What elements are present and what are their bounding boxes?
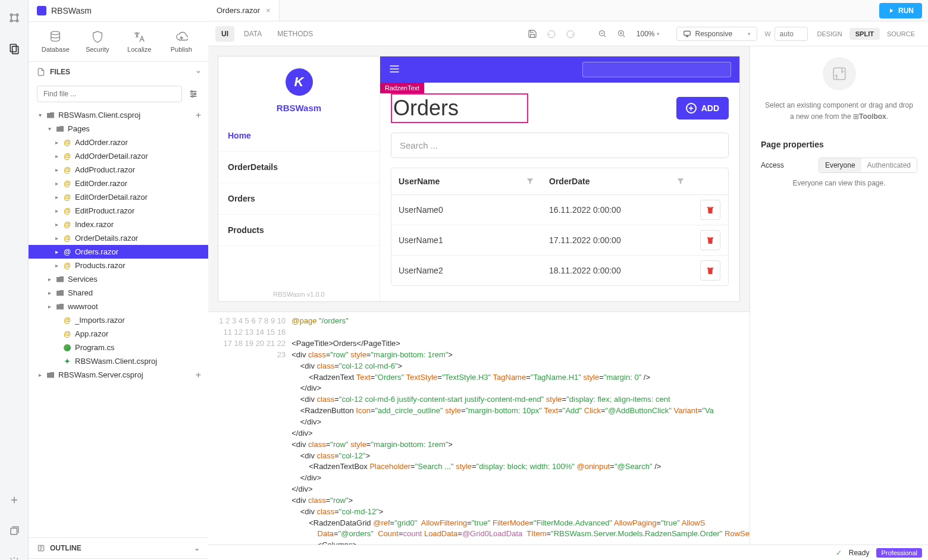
editor-tab[interactable]: Orders.razor × — [208, 0, 280, 21]
view-split[interactable]: SPLIT — [849, 28, 880, 40]
svg-point-2 — [10, 20, 12, 21]
tree-file[interactable]: ▸@EditOrderDetail.razor — [29, 190, 208, 204]
sidebar-item-orders[interactable]: Orders — [218, 183, 380, 215]
code-panel[interactable]: 1 2 3 4 5 6 7 8 9 10 11 12 13 14 15 16 1… — [208, 312, 750, 560]
explorer-icon[interactable] — [7, 42, 21, 56]
sidebar-item-orderdetails[interactable]: OrderDetails — [218, 152, 380, 183]
selected-component[interactable]: Orders — [391, 93, 528, 123]
tree-project-server[interactable]: ▸RBSWasm.Server.csproj — [29, 368, 208, 382]
tree-file[interactable]: ▸@OrderDetails.razor — [29, 231, 208, 245]
delete-button[interactable] — [700, 230, 720, 250]
tree-file-app[interactable]: @App.razor — [29, 327, 208, 341]
tree-project-client[interactable]: ▾RBSWasm.Client.csproj — [29, 108, 208, 122]
tree-file[interactable]: ▸@EditProduct.razor — [29, 204, 208, 218]
check-icon: ✓ — [836, 549, 842, 557]
razor-icon: @ — [63, 221, 71, 229]
zoom-value[interactable]: 100% — [633, 30, 664, 38]
mode-data[interactable]: DATA — [238, 26, 268, 42]
folder-icon — [46, 111, 55, 119]
table-row[interactable]: UserName1 17.11.2022 0:00:00 — [391, 225, 728, 256]
publish-button[interactable]: Publish — [163, 27, 200, 56]
tree-folder-shared[interactable]: ▸Shared — [29, 286, 208, 300]
svg-rect-15 — [684, 31, 691, 35]
database-button[interactable]: Database — [37, 27, 74, 56]
tree-folder-pages[interactable]: ▾Pages — [29, 122, 208, 136]
code-body[interactable]: @page "/orders" <PageTitle>Orders</PageT… — [291, 312, 750, 560]
status-ready: Ready — [849, 549, 870, 557]
mode-ui[interactable]: UI — [215, 26, 234, 42]
width-label: W — [764, 30, 770, 37]
files-header[interactable]: FILES › — [29, 62, 208, 82]
tree-folder-wwwroot[interactable]: ▸wwwroot — [29, 300, 208, 313]
tree-file[interactable]: ▸@AddOrderDetail.razor — [29, 149, 208, 163]
access-authenticated[interactable]: Authenticated — [861, 158, 917, 172]
tree-file[interactable]: ▸@EditOrder.razor — [29, 177, 208, 190]
file-tree: ▾RBSWasm.Client.csproj ▾Pages ▸@AddOrder… — [29, 106, 208, 537]
save-all-icon[interactable] — [7, 524, 21, 538]
view-source[interactable]: SOURCE — [881, 28, 921, 40]
settings-gear-icon[interactable] — [7, 555, 21, 560]
svg-point-1 — [16, 14, 18, 15]
outline-header[interactable]: OUTLINE ⌄ — [29, 537, 208, 558]
csproj-icon: ✦ — [63, 357, 71, 366]
razor-icon: @ — [63, 316, 71, 325]
svg-rect-16 — [833, 68, 845, 80]
sidebar-item-products[interactable]: Products — [218, 215, 380, 246]
save-icon[interactable] — [525, 26, 540, 42]
filter-icon[interactable] — [518, 168, 542, 194]
tree-file[interactable]: ▸@AddProduct.razor — [29, 163, 208, 177]
delete-button[interactable] — [700, 200, 720, 220]
sidebar-item-home[interactable]: Home — [218, 120, 380, 152]
tree-folder-services[interactable]: ▸Services — [29, 272, 208, 286]
tools-icon[interactable] — [7, 11, 21, 25]
data-grid: UserName OrderDate UserName0 16.11.2022 … — [391, 168, 729, 286]
responsive-select[interactable]: Responsive — [676, 27, 757, 41]
tree-file-csproj[interactable]: ✦RBSWasm.Client.csproj — [29, 354, 208, 368]
search-input[interactable]: Search ... — [391, 133, 729, 158]
delete-button[interactable] — [700, 260, 720, 281]
zoom-out-icon[interactable] — [595, 26, 610, 42]
svg-point-9 — [191, 91, 193, 93]
tree-file[interactable]: ▸@Products.razor — [29, 259, 208, 272]
security-button[interactable]: Security — [79, 27, 117, 56]
files-icon — [37, 68, 45, 76]
tree-file-program[interactable]: Program.cs — [29, 341, 208, 354]
add-button[interactable]: + ADD — [676, 97, 729, 119]
tree-file[interactable]: ▸@Index.razor — [29, 218, 208, 231]
table-row[interactable]: UserName0 16.11.2022 0:00:00 — [391, 195, 728, 225]
column-orderdate[interactable]: OrderDate — [542, 168, 669, 194]
filter-settings-icon[interactable] — [187, 87, 200, 100]
code-gutter: 1 2 3 4 5 6 7 8 9 10 11 12 13 14 15 16 1… — [208, 312, 291, 560]
left-panel: RBSWasm Database Security Localize Publi… — [29, 0, 208, 560]
table-row[interactable]: UserName2 18.11.2022 0:00:00 — [391, 256, 728, 285]
mode-methods[interactable]: METHODS — [271, 26, 319, 42]
width-input[interactable] — [775, 27, 808, 41]
hamburger-icon[interactable] — [388, 63, 400, 77]
razor-icon: @ — [63, 152, 71, 161]
add-icon[interactable] — [7, 493, 21, 507]
undo-icon[interactable] — [544, 26, 559, 42]
topbar-search[interactable] — [582, 62, 731, 77]
redo-icon[interactable] — [563, 26, 578, 42]
close-icon[interactable]: × — [266, 6, 271, 15]
page-properties-title: Page properties — [761, 140, 917, 149]
run-button[interactable]: RUN — [879, 3, 922, 18]
column-username[interactable]: UserName — [391, 168, 518, 194]
tree-file[interactable]: ▸@Orders.razor — [29, 245, 208, 259]
zoom-in-icon[interactable] — [614, 26, 629, 42]
tree-file-imports[interactable]: @_Imports.razor — [29, 313, 208, 327]
view-design[interactable]: DESIGN — [811, 28, 848, 40]
chevron-down-icon: ⌄ — [194, 544, 200, 552]
razor-icon: @ — [63, 207, 71, 215]
tree-file[interactable]: ▸@AddOrder.razor — [29, 136, 208, 149]
svg-point-11 — [192, 96, 193, 97]
filter-icon[interactable] — [669, 168, 692, 194]
selection-tag: RadzenText — [380, 83, 424, 93]
razor-icon: @ — [63, 262, 71, 270]
localize-button[interactable]: Localize — [121, 27, 158, 56]
toolbox-hint: Select an existing component or drag and… — [765, 100, 913, 123]
razor-icon: @ — [63, 248, 71, 256]
razor-icon: @ — [63, 180, 71, 188]
access-everyone[interactable]: Everyone — [819, 158, 861, 172]
find-file-input[interactable] — [37, 86, 182, 102]
